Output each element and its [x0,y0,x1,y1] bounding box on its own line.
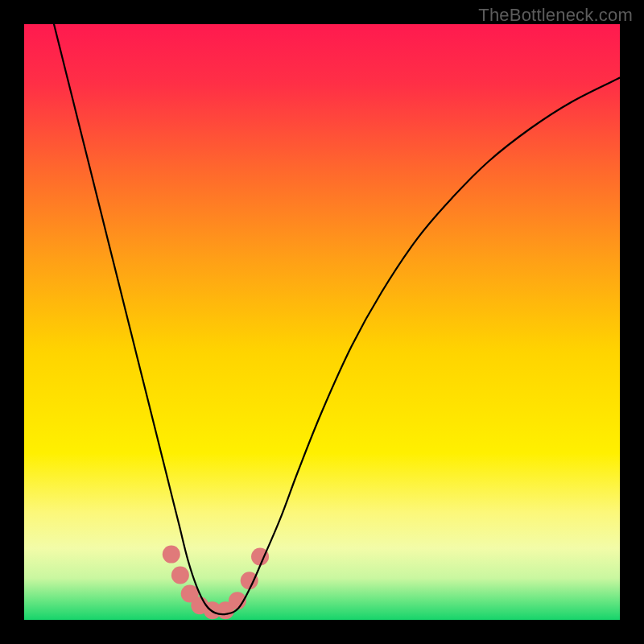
curve-marker [163,546,180,564]
plot-area [24,24,620,620]
bottleneck-curve [54,24,620,614]
watermark-text: TheBottleneck.com [478,5,633,26]
curve-marker [171,567,189,584]
curve-layer [24,24,620,620]
chart-frame: TheBottleneck.com [0,0,644,644]
